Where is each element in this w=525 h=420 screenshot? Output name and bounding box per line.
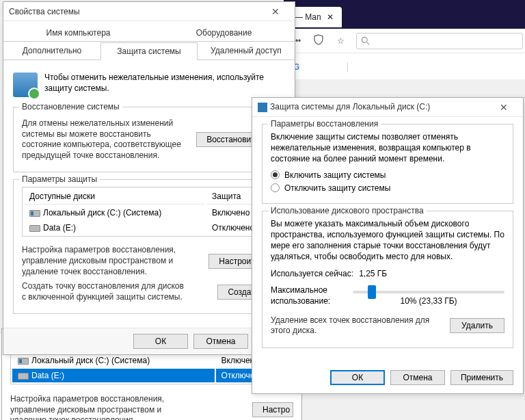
ok-button[interactable]: ОК — [133, 334, 188, 349]
delete-button[interactable]: Удалить — [450, 318, 504, 333]
current-usage-value: 1,25 ГБ — [359, 269, 387, 278]
configure-button-bg[interactable]: Настро — [252, 402, 293, 417]
disk-icon — [18, 373, 29, 380]
usage-slider[interactable] — [353, 291, 504, 293]
drive-icon — [258, 103, 267, 112]
star-icon[interactable]: ☆ — [334, 36, 347, 46]
cancel-button[interactable]: Отмена — [193, 334, 248, 349]
shield-icon — [13, 73, 38, 97]
max-usage-label: Максимальное использование: — [271, 285, 346, 306]
configure-desc: Настройка параметров восстановления, упр… — [10, 394, 174, 420]
configure-desc: Настройка параметров восстановления, упр… — [22, 245, 186, 277]
apply-button[interactable]: Применить — [450, 370, 513, 385]
svg-point-0 — [362, 37, 367, 42]
protection-params-group: Параметры защиты Доступные дискиЗащита Л… — [13, 179, 285, 314]
table-row[interactable]: Локальный диск (C:) (Система) Включено — [24, 206, 274, 220]
table-row[interactable]: Data (E:) Отключено — [12, 369, 291, 382]
tab-hardware[interactable]: Оборудование — [186, 24, 262, 41]
close-icon[interactable]: ✕ — [490, 102, 517, 113]
tab-remote[interactable]: Удаленный доступ — [198, 42, 295, 60]
radio-icon — [271, 170, 280, 179]
cancel-button[interactable]: Отмена — [390, 370, 445, 385]
disk-icon — [29, 225, 40, 232]
close-icon[interactable]: ✕ — [327, 12, 334, 22]
disk-usage-group: Использование дискового пространства Вы … — [262, 211, 513, 348]
restore-group: Восстановление системы Для отмены нежела… — [13, 107, 285, 172]
tab-title: — Man — [295, 12, 321, 22]
radio-enable-protection[interactable]: Включить защиту системы — [271, 170, 504, 180]
window-title: Защита системы для Локальный диск (C:) — [258, 102, 430, 112]
drives-table: Доступные дискиЗащита Локальный диск (C:… — [22, 187, 276, 237]
radio-disable-protection[interactable]: Отключить защиту системы — [271, 183, 504, 193]
delete-desc: Удаление всех точек восстановления для э… — [271, 315, 448, 337]
system-protection-dialog: Защита системы для Локальный диск (C:) ✕… — [252, 97, 524, 394]
info-text: Чтобы отменить нежелательные изменения, … — [44, 73, 285, 97]
window-title: Свойства системы — [9, 7, 80, 16]
radio-icon — [271, 183, 280, 192]
shield-icon[interactable] — [312, 34, 325, 47]
tab-advanced[interactable]: Дополнительно — [3, 42, 100, 60]
browser-window: — Man ✕ ••• ☆ G │ — [284, 0, 525, 79]
ok-button[interactable]: ОК — [330, 370, 385, 385]
search-input[interactable] — [356, 33, 523, 49]
restore-desc: Включение защиты системы позволяет отмен… — [271, 131, 504, 165]
table-row[interactable]: Локальный диск (C:) (Система) Включено — [12, 354, 291, 367]
restore-desc: Для отмены нежелательных изменений систе… — [22, 118, 186, 161]
tab-system-protection[interactable]: Защита системы — [100, 42, 198, 60]
table-row[interactable]: Data (E:) Отключено — [24, 221, 274, 235]
disk-usage-desc: Вы можете указать максимальный объем дис… — [271, 218, 504, 263]
disk-icon — [18, 358, 29, 365]
restore-params-group: Параметры восстановления Включение защит… — [262, 124, 513, 204]
svg-line-1 — [367, 42, 370, 44]
current-usage-label: Используется сейчас: — [271, 269, 353, 278]
tab-computer-name[interactable]: Имя компьютера — [36, 24, 121, 41]
create-desc: Создать точку восстановления для дисков … — [22, 281, 186, 302]
close-icon[interactable]: ✕ — [262, 6, 289, 17]
disk-icon — [29, 210, 40, 217]
